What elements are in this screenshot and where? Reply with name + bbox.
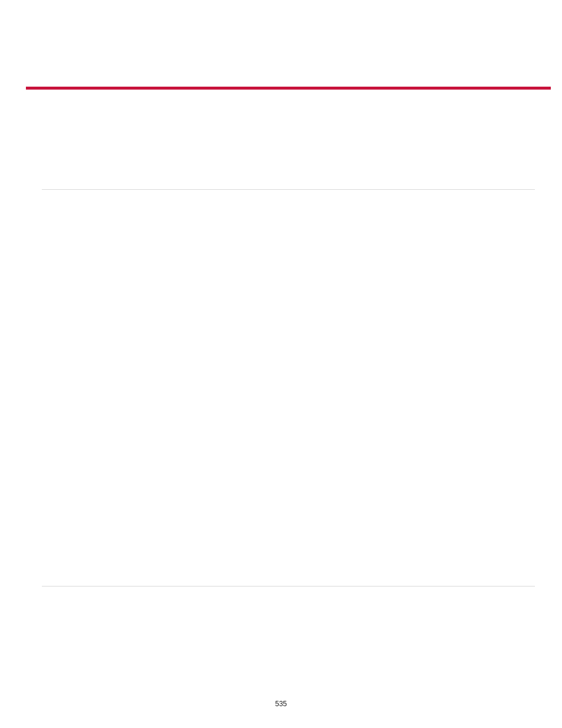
- top-accent-rule: [26, 87, 551, 90]
- page-number: 535: [0, 700, 562, 708]
- page: 535: [0, 0, 562, 728]
- content-area: [42, 91, 535, 587]
- section-divider: [42, 189, 535, 190]
- section-divider: [42, 586, 535, 587]
